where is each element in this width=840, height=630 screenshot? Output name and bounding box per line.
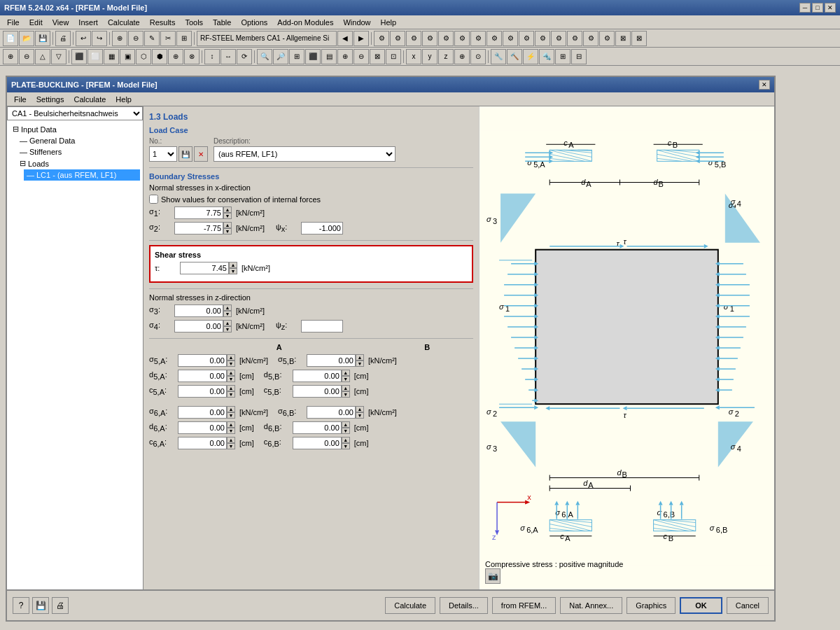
tb2-b33[interactable]: 🔩	[539, 49, 554, 64]
lc-save-btn[interactable]: 💾	[178, 146, 192, 162]
tb-c13[interactable]: ⚙	[567, 31, 582, 46]
dialog-menu-file[interactable]: File	[10, 94, 31, 104]
sigma5b-up[interactable]: ▲	[356, 354, 364, 360]
c5a-up[interactable]: ▲	[227, 385, 235, 391]
sigma6b-input[interactable]	[307, 406, 356, 419]
calculate-button[interactable]: Calculate	[385, 597, 435, 614]
desc-select[interactable]: (aus RFEM, LF1)	[214, 146, 396, 162]
sigma1-input[interactable]	[174, 206, 223, 219]
sigma5b-input[interactable]	[307, 354, 356, 367]
sigma5a-input[interactable]	[178, 354, 227, 367]
d5b-down[interactable]: ▼	[342, 376, 350, 382]
c6a-down[interactable]: ▼	[227, 443, 235, 449]
tb2-b21[interactable]: ⊕	[337, 49, 353, 64]
lc-delete-btn[interactable]: ✕	[194, 146, 208, 162]
sigma5b-down[interactable]: ▼	[356, 360, 364, 367]
tb-c2[interactable]: ⚙	[390, 31, 405, 46]
tb-c12[interactable]: ⚙	[551, 31, 566, 46]
tb2-b20[interactable]: ▤	[321, 49, 337, 64]
no-select[interactable]: 1	[149, 146, 177, 162]
c6b-input[interactable]	[293, 437, 342, 449]
tb-b1[interactable]: ⊕	[112, 31, 127, 46]
tb2-b34[interactable]: ⊞	[555, 49, 570, 64]
d5b-up[interactable]: ▲	[342, 370, 350, 376]
c6b-down[interactable]: ▼	[342, 443, 350, 449]
tau-down[interactable]: ▼	[229, 268, 237, 274]
tb2-b32[interactable]: ⚡	[523, 49, 538, 64]
tb-open[interactable]: 📂	[19, 31, 34, 46]
tb-b4[interactable]: ✂	[160, 31, 176, 46]
tb2-b14[interactable]: ↔	[220, 49, 236, 64]
close-button[interactable]: ✕	[825, 3, 836, 13]
menu-tools[interactable]: Tools	[181, 18, 207, 27]
help-icon-btn[interactable]: ?	[13, 597, 29, 614]
tb2-b16[interactable]: 🔍	[257, 49, 272, 64]
tb2-b3[interactable]: △	[35, 49, 50, 64]
tb-print[interactable]: 🖨	[55, 31, 71, 46]
tb-save[interactable]: 💾	[35, 31, 50, 46]
c6b-up[interactable]: ▲	[342, 437, 350, 443]
maximize-button[interactable]: □	[812, 3, 823, 13]
c5b-input[interactable]	[293, 385, 342, 398]
menu-calculate[interactable]: Calculate	[104, 18, 144, 27]
tb-next[interactable]: ▶	[354, 31, 369, 46]
sigma4-input[interactable]	[174, 320, 223, 332]
sigma1-down[interactable]: ▼	[223, 213, 232, 219]
sigma3-input[interactable]	[174, 304, 223, 317]
menu-insert[interactable]: Insert	[74, 18, 102, 27]
d6a-input[interactable]	[178, 421, 227, 434]
minimize-button[interactable]: ─	[799, 3, 811, 13]
sigma6a-up[interactable]: ▲	[227, 406, 235, 412]
menu-view[interactable]: View	[48, 18, 74, 27]
tb-c16[interactable]: ⊠	[615, 31, 631, 46]
tb2-b8[interactable]: ▣	[120, 49, 135, 64]
c5b-down[interactable]: ▼	[342, 391, 350, 398]
d6b-down[interactable]: ▼	[342, 428, 350, 434]
tree-item-input-data[interactable]: ⊟ Input Data	[10, 123, 140, 135]
save-icon-btn[interactable]: 💾	[32, 597, 49, 614]
menu-options[interactable]: Options	[237, 18, 272, 27]
d6a-down[interactable]: ▼	[227, 428, 235, 434]
tree-item-loads[interactable]: ⊟ Loads	[17, 158, 140, 169]
show-values-checkbox[interactable]	[149, 195, 158, 204]
tb2-b15[interactable]: ⟳	[237, 49, 252, 64]
menu-edit[interactable]: Edit	[25, 18, 47, 27]
tb2-b5[interactable]: ⬛	[71, 49, 87, 64]
tb-c8[interactable]: ⚙	[486, 31, 502, 46]
c5a-input[interactable]	[178, 385, 227, 398]
tb2-b24[interactable]: ⊡	[386, 49, 401, 64]
print-icon-btn[interactable]: 🖨	[52, 597, 69, 614]
c6a-up[interactable]: ▲	[227, 437, 235, 443]
tb-new[interactable]: 📄	[3, 31, 18, 46]
sigma2-down[interactable]: ▼	[223, 228, 232, 234]
sigma3-up[interactable]: ▲	[223, 304, 232, 311]
c6a-input[interactable]	[178, 437, 227, 449]
tb-c15[interactable]: ⚙	[599, 31, 615, 46]
tb2-b9[interactable]: ⬡	[136, 49, 151, 64]
ok-button[interactable]: OK	[680, 597, 722, 614]
tb-c1[interactable]: ⚙	[374, 31, 389, 46]
tb2-b22[interactable]: ⊖	[354, 49, 369, 64]
tree-item-general-data[interactable]: — General Data	[17, 135, 140, 146]
menu-results[interactable]: Results	[146, 18, 180, 27]
dialog-menu-calculate[interactable]: Calculate	[69, 94, 110, 104]
sigma1-up[interactable]: ▲	[223, 206, 232, 213]
tb-undo[interactable]: ↩	[76, 31, 91, 46]
tb2-b27[interactable]: z	[438, 49, 454, 64]
tb2-b25[interactable]: x	[406, 49, 421, 64]
sigma4-up[interactable]: ▲	[223, 320, 232, 326]
tb2-b1[interactable]: ⊕	[3, 49, 18, 64]
tree-item-lc1[interactable]: — LC1 - (aus RFEM, LF1)	[24, 169, 140, 181]
tb2-b17[interactable]: 🔎	[273, 49, 288, 64]
tb-c4[interactable]: ⚙	[422, 31, 438, 46]
dialog-close-button[interactable]: ✕	[759, 80, 770, 90]
d5a-up[interactable]: ▲	[227, 370, 235, 376]
tb-redo[interactable]: ↪	[92, 31, 107, 46]
menu-addon[interactable]: Add-on Modules	[273, 18, 337, 27]
tb2-b19[interactable]: ⬛	[305, 49, 321, 64]
tb-c5[interactable]: ⚙	[438, 31, 454, 46]
sigma6b-down[interactable]: ▼	[356, 412, 364, 419]
tb-c7[interactable]: ⚙	[470, 31, 486, 46]
tb2-b6[interactable]: ⬜	[88, 49, 103, 64]
tb2-b26[interactable]: y	[422, 49, 438, 64]
